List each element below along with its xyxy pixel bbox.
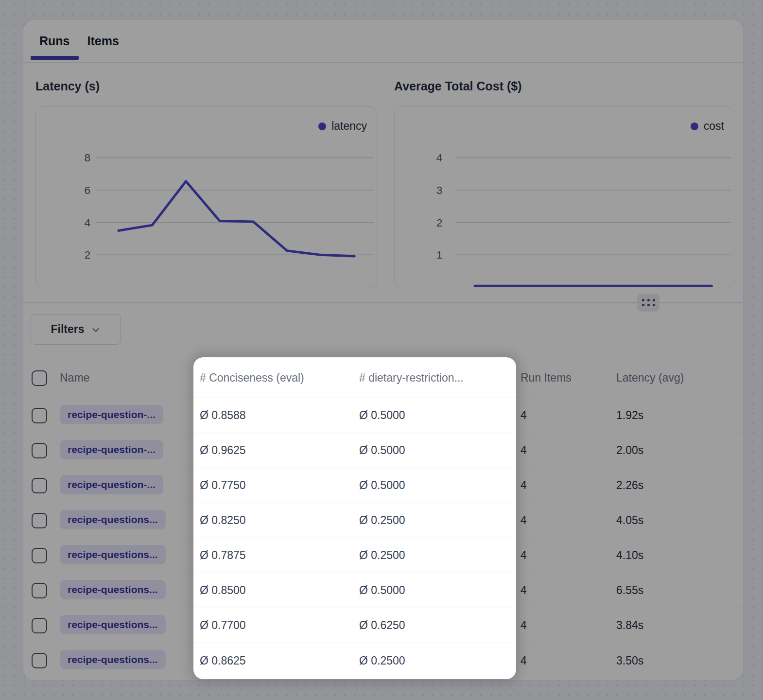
row-checkbox-cell	[23, 513, 60, 528]
runs-table: Name # Conciseness (eval) # dietary-rest…	[23, 358, 743, 678]
run-items-cell: 4	[517, 409, 612, 422]
dietary-restriction-score-cell: Ø 0.2500	[353, 549, 517, 562]
table-row: recipe-questions...Ø 0.7700Ø 0.625043.84…	[23, 608, 743, 643]
cost-line-chart: 4321	[395, 107, 734, 287]
cost-legend: cost	[691, 120, 724, 133]
row-checkbox-cell	[23, 443, 60, 458]
run-name-cell: recipe-question-...	[60, 405, 194, 426]
dietary-restriction-score-cell: Ø 0.6250	[353, 619, 517, 632]
table-header-row: Name # Conciseness (eval) # dietary-rest…	[23, 358, 743, 398]
row-checkbox[interactable]	[32, 583, 47, 598]
table-row: recipe-questions...Ø 0.8500Ø 0.500046.55…	[23, 573, 743, 608]
run-name-cell: recipe-questions...	[60, 650, 194, 671]
run-name-badge[interactable]: recipe-question-...	[60, 405, 163, 424]
row-checkbox-cell	[23, 478, 60, 493]
latency-avg-cell: 3.84s	[612, 619, 743, 632]
conciseness-score-cell: Ø 0.9625	[194, 444, 353, 457]
table-row: recipe-questions...Ø 0.8625Ø 0.250043.50…	[23, 643, 743, 678]
cost-chart-title: Average Total Cost ($)	[394, 79, 522, 93]
select-all-checkbox[interactable]	[32, 370, 47, 386]
latency-line-chart: 8642	[36, 107, 377, 287]
table-body: recipe-question-...Ø 0.8588Ø 0.500041.92…	[23, 398, 743, 678]
row-checkbox[interactable]	[32, 653, 47, 668]
tab-runs-label: Runs	[39, 34, 70, 48]
run-name-cell: recipe-questions...	[60, 545, 194, 566]
run-name-badge[interactable]: recipe-questions...	[60, 545, 166, 564]
svg-text:1: 1	[436, 248, 443, 261]
conciseness-score-cell: Ø 0.7875	[194, 549, 353, 562]
row-checkbox[interactable]	[32, 478, 47, 493]
legend-dot-icon	[691, 122, 698, 130]
run-name-badge[interactable]: recipe-question-...	[60, 440, 163, 459]
tab-bar: Runs Items	[23, 20, 743, 63]
latency-avg-cell: 2.00s	[612, 444, 743, 457]
row-checkbox-cell	[23, 653, 60, 668]
conciseness-score-cell: Ø 0.8500	[194, 584, 353, 597]
header-latency-avg: Latency (avg)	[612, 371, 743, 385]
table-row: recipe-question-...Ø 0.9625Ø 0.500042.00…	[23, 433, 743, 468]
row-checkbox[interactable]	[32, 618, 47, 633]
run-items-cell: 4	[517, 549, 612, 562]
run-name-cell: recipe-questions...	[60, 580, 194, 601]
filters-button-label: Filters	[51, 323, 84, 336]
run-items-cell: 4	[517, 479, 612, 492]
drag-handle[interactable]	[637, 294, 659, 312]
row-checkbox[interactable]	[32, 513, 47, 528]
svg-text:6: 6	[85, 184, 91, 196]
latency-legend-label: latency	[331, 120, 367, 133]
row-checkbox[interactable]	[32, 443, 47, 458]
runs-panel: Runs Items Latency (s) Average Total Cos…	[23, 19, 744, 681]
grip-dots-icon	[642, 299, 655, 306]
latency-avg-cell: 3.50s	[612, 654, 743, 667]
row-checkbox-cell	[23, 408, 60, 423]
row-checkbox-cell	[23, 583, 60, 598]
latency-avg-cell: 4.05s	[612, 514, 743, 527]
dietary-restriction-score-cell: Ø 0.5000	[353, 409, 517, 422]
svg-text:2: 2	[85, 248, 91, 261]
chevron-down-icon	[90, 325, 101, 335]
header-run-items: Run Items	[517, 371, 612, 385]
conciseness-score-cell: Ø 0.8588	[194, 409, 353, 422]
tab-items[interactable]: Items	[79, 20, 128, 62]
row-checkbox[interactable]	[32, 408, 47, 423]
cost-chart-card: 4321 cost	[394, 106, 734, 287]
latency-legend: latency	[318, 120, 367, 133]
filters-button[interactable]: Filters	[31, 314, 121, 345]
run-items-cell: 4	[517, 619, 612, 632]
latency-avg-cell: 1.92s	[612, 409, 743, 422]
table-row: recipe-questions...Ø 0.8250Ø 0.250044.05…	[23, 503, 743, 538]
run-name-cell: recipe-question-...	[60, 440, 194, 461]
row-checkbox[interactable]	[32, 548, 47, 563]
svg-text:2: 2	[436, 216, 443, 229]
row-checkbox-cell	[23, 618, 60, 633]
run-name-badge[interactable]: recipe-questions...	[60, 615, 166, 634]
table-row: recipe-questions...Ø 0.7875Ø 0.250044.10…	[23, 538, 743, 573]
run-name-badge[interactable]: recipe-questions...	[60, 510, 166, 529]
run-name-cell: recipe-question-...	[60, 475, 194, 496]
legend-dot-icon	[318, 122, 326, 130]
latency-avg-cell: 2.26s	[612, 479, 743, 492]
run-name-badge[interactable]: recipe-questions...	[60, 650, 166, 669]
table-row: recipe-question-...Ø 0.8588Ø 0.500041.92…	[23, 398, 743, 433]
latency-avg-cell: 6.55s	[612, 584, 743, 597]
conciseness-score-cell: Ø 0.7750	[194, 479, 353, 492]
run-items-cell: 4	[517, 584, 612, 597]
conciseness-score-cell: Ø 0.8250	[194, 514, 353, 527]
tab-items-label: Items	[87, 34, 119, 48]
header-dietary-restriction: # dietary-restriction...	[353, 371, 517, 385]
header-conciseness: # Conciseness (eval)	[194, 371, 353, 385]
latency-chart-card: 8642 latency	[35, 106, 377, 287]
dietary-restriction-score-cell: Ø 0.5000	[353, 479, 517, 492]
run-items-cell: 4	[517, 444, 612, 457]
run-items-cell: 4	[517, 514, 612, 527]
run-name-cell: recipe-questions...	[60, 615, 194, 636]
table-row: recipe-question-...Ø 0.7750Ø 0.500042.26…	[23, 468, 743, 503]
run-name-badge[interactable]: recipe-question-...	[60, 475, 163, 494]
latency-chart-title: Latency (s)	[35, 79, 100, 93]
tab-runs[interactable]: Runs	[31, 20, 79, 62]
run-name-badge[interactable]: recipe-questions...	[60, 580, 166, 599]
svg-text:4: 4	[436, 151, 443, 164]
row-checkbox-cell	[23, 548, 60, 563]
latency-avg-cell: 4.10s	[612, 549, 743, 562]
header-name: Name	[60, 371, 194, 385]
